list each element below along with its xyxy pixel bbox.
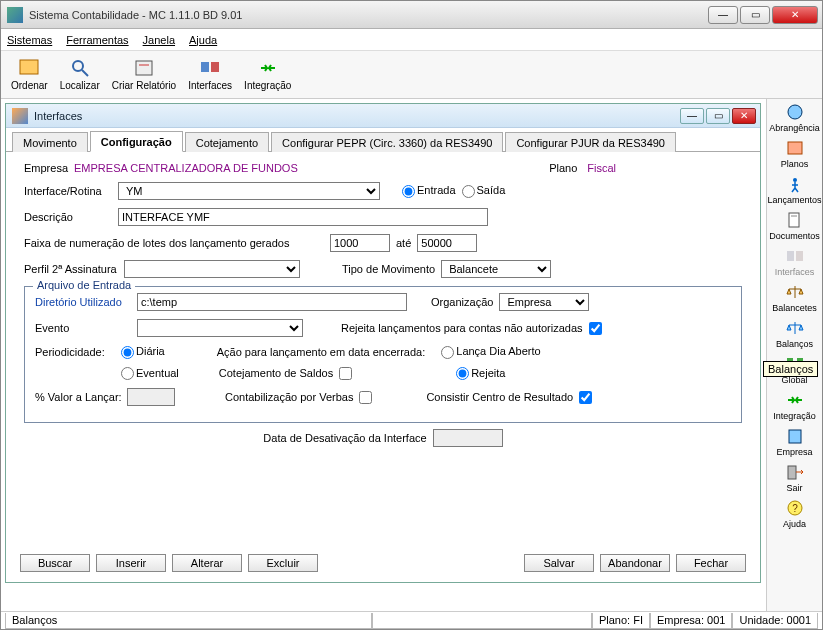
tb-interfaces[interactable]: Interfaces — [188, 58, 232, 91]
inner-app-icon — [12, 108, 28, 124]
buscar-button[interactable]: Buscar — [20, 554, 90, 572]
svg-rect-3 — [136, 61, 152, 75]
alterar-button[interactable]: Alterar — [172, 554, 242, 572]
cotejamento-saldos-check[interactable] — [339, 367, 352, 380]
menu-ajuda[interactable]: Ajuda — [189, 34, 217, 46]
menu-sistemas[interactable]: Sistemas — [7, 34, 52, 46]
tab-configurar-pepr[interactable]: Configurar PEPR (Circ. 3360) da RES3490 — [271, 132, 503, 152]
status-left: Balanços — [5, 613, 372, 629]
interfaces-icon — [199, 58, 221, 78]
evento-label: Evento — [35, 322, 131, 334]
inserir-button[interactable]: Inserir — [96, 554, 166, 572]
organizacao-select[interactable]: Empresa — [499, 293, 589, 311]
company-icon — [784, 427, 806, 445]
lanca-dia-radio-wrap[interactable]: Lança Dia Aberto — [441, 345, 540, 359]
sidebar-item-balancos[interactable]: Balanços — [767, 319, 822, 349]
tb-criar-relatorio[interactable]: Criar Relatório — [112, 58, 176, 91]
status-mid — [372, 613, 592, 629]
sidebar-item-balancetes[interactable]: Balancetes — [767, 283, 822, 313]
rejeita-contas-check[interactable] — [589, 322, 602, 335]
sidebar-item-abrangencia[interactable]: Abrangência — [767, 103, 822, 133]
app-icon — [7, 7, 23, 23]
minimize-button[interactable]: — — [708, 6, 738, 24]
sidebar-item-integracao[interactable]: Integração — [767, 391, 822, 421]
saida-radio-wrap[interactable]: Saída — [462, 184, 506, 198]
inner-minimize-button[interactable]: — — [680, 108, 704, 124]
arquivo-entrada-group: Arquivo de Entrada Diretório Utilizado O… — [24, 286, 742, 423]
perfil-select[interactable] — [124, 260, 300, 278]
evento-select[interactable] — [137, 319, 303, 337]
statusbar: Balanços Plano: FI Empresa: 001 Unidade:… — [1, 611, 822, 629]
tipo-movimento-select[interactable]: Balancete — [441, 260, 551, 278]
saida-radio[interactable] — [462, 185, 475, 198]
sidebar-item-ajuda[interactable]: ?Ajuda — [767, 499, 822, 529]
svg-point-9 — [793, 178, 797, 182]
excluir-button[interactable]: Excluir — [248, 554, 318, 572]
tb-localizar[interactable]: Localizar — [60, 58, 100, 91]
data-desativacao-input[interactable] — [433, 429, 503, 447]
rejeita-radio-wrap[interactable]: Rejeita — [456, 367, 505, 381]
svg-rect-6 — [211, 62, 219, 72]
eventual-radio[interactable] — [121, 367, 134, 380]
tab-configurar-pjur[interactable]: Configurar PJUR da RES3490 — [505, 132, 676, 152]
svg-rect-8 — [788, 142, 802, 154]
entrada-radio[interactable] — [402, 185, 415, 198]
diaria-radio-wrap[interactable]: Diária — [121, 345, 165, 359]
button-bar: Buscar Inserir Alterar Excluir Salvar Ab… — [6, 554, 760, 572]
abandonar-button[interactable]: Abandonar — [600, 554, 670, 572]
menu-ferramentas[interactable]: Ferramentas — [66, 34, 128, 46]
tab-configuracao[interactable]: Configuração — [90, 131, 183, 152]
sidebar-item-planos[interactable]: Planos — [767, 139, 822, 169]
eventual-radio-wrap[interactable]: Eventual — [121, 367, 179, 381]
tb-integracao[interactable]: Integração — [244, 58, 291, 91]
svg-text:?: ? — [792, 503, 798, 514]
fechar-button[interactable]: Fechar — [676, 554, 746, 572]
descricao-input[interactable] — [118, 208, 488, 226]
consistir-centro-check[interactable] — [579, 391, 592, 404]
sidebar-item-lancamentos[interactable]: Lançamentos — [767, 175, 822, 205]
diaria-radio[interactable] — [121, 346, 134, 359]
maximize-button[interactable]: ▭ — [740, 6, 770, 24]
running-icon — [784, 175, 806, 193]
group-title: Arquivo de Entrada — [33, 279, 135, 291]
faixa-to-input[interactable] — [417, 234, 477, 252]
status-unidade: Unidade: 0001 — [732, 613, 818, 629]
inner-window-interfaces: Interfaces — ▭ ✕ Movimento Configuração … — [5, 103, 761, 583]
pct-valor-input[interactable] — [127, 388, 175, 406]
empresa-value: EMPRESA CENTRALIZADORA DE FUNDOS — [74, 162, 298, 174]
svg-rect-10 — [789, 213, 799, 227]
documents-icon — [784, 211, 806, 229]
rejeita-radio[interactable] — [456, 367, 469, 380]
inner-maximize-button[interactable]: ▭ — [706, 108, 730, 124]
salvar-button[interactable]: Salvar — [524, 554, 594, 572]
plano-value: Fiscal — [587, 162, 616, 174]
sidebar-item-empresa[interactable]: Empresa — [767, 427, 822, 457]
help-icon: ? — [784, 499, 806, 517]
tab-cotejamento[interactable]: Cotejamento — [185, 132, 269, 152]
close-button[interactable]: ✕ — [772, 6, 818, 24]
sidebar-item-sair[interactable]: Sair — [767, 463, 822, 493]
faixa-from-input[interactable] — [330, 234, 390, 252]
contab-verbas-check[interactable] — [359, 391, 372, 404]
diretorio-label[interactable]: Diretório Utilizado — [35, 296, 131, 308]
tb-ordenar[interactable]: Ordenar — [11, 58, 48, 91]
report-icon — [133, 58, 155, 78]
plans-icon — [784, 139, 806, 157]
menu-janela[interactable]: Janela — [143, 34, 175, 46]
sidebar-item-documentos[interactable]: Documentos — [767, 211, 822, 241]
entrada-radio-wrap[interactable]: Entrada — [402, 184, 456, 198]
inner-title: Interfaces — [34, 110, 680, 122]
lanca-dia-radio[interactable] — [441, 346, 454, 359]
rejeita-contas-label: Rejeita lançamentos para contas não auto… — [341, 322, 583, 334]
exit-icon — [784, 463, 806, 481]
config-form: Empresa EMPRESA CENTRALIZADORA DE FUNDOS… — [6, 152, 760, 461]
svg-rect-19 — [788, 466, 796, 479]
main-toolbar: Ordenar Localizar Criar Relatório Interf… — [1, 51, 822, 99]
inner-close-button[interactable]: ✕ — [732, 108, 756, 124]
acao-label: Ação para lançamento em data encerrada: — [217, 346, 426, 358]
diretorio-input[interactable] — [137, 293, 407, 311]
balance-small-icon — [784, 283, 806, 301]
interface-rotina-select[interactable]: YM — [118, 182, 380, 200]
window-title: Sistema Contabilidade - MC 1.11.0 BD 9.0… — [29, 9, 708, 21]
tab-movimento[interactable]: Movimento — [12, 132, 88, 152]
